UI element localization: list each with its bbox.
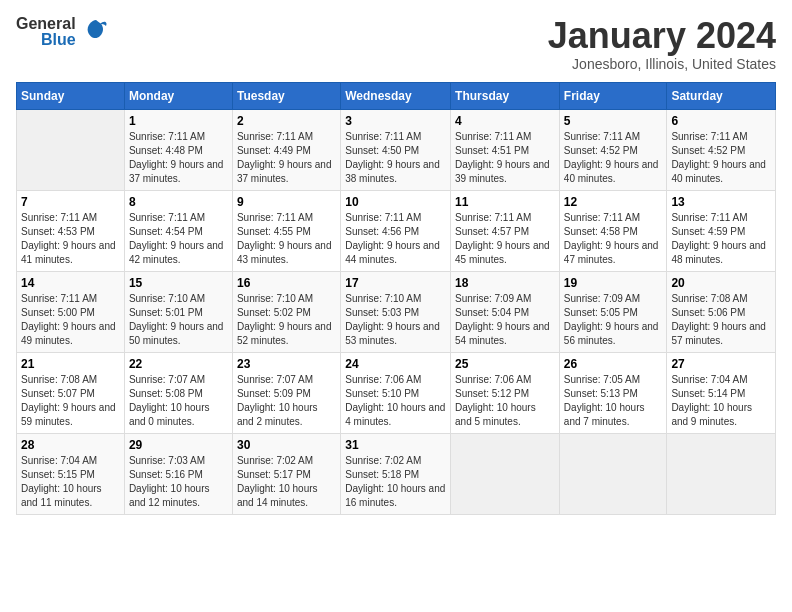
day-cell: 31 Sunrise: 7:02 AMSunset: 5:18 PMDaylig…	[341, 433, 451, 514]
day-cell: 12 Sunrise: 7:11 AMSunset: 4:58 PMDaylig…	[559, 190, 667, 271]
day-number: 8	[129, 195, 228, 209]
day-info: Sunrise: 7:11 AMSunset: 4:52 PMDaylight:…	[564, 130, 663, 186]
day-info: Sunrise: 7:11 AMSunset: 4:58 PMDaylight:…	[564, 211, 663, 267]
day-cell: 24 Sunrise: 7:06 AMSunset: 5:10 PMDaylig…	[341, 352, 451, 433]
day-cell: 19 Sunrise: 7:09 AMSunset: 5:05 PMDaylig…	[559, 271, 667, 352]
col-saturday: Saturday	[667, 82, 776, 109]
day-cell	[451, 433, 560, 514]
day-number: 4	[455, 114, 555, 128]
day-cell: 9 Sunrise: 7:11 AMSunset: 4:55 PMDayligh…	[232, 190, 340, 271]
day-info: Sunrise: 7:09 AMSunset: 5:04 PMDaylight:…	[455, 292, 555, 348]
day-info: Sunrise: 7:08 AMSunset: 5:07 PMDaylight:…	[21, 373, 120, 429]
title-area: January 2024 Jonesboro, Illinois, United…	[548, 16, 776, 72]
day-info: Sunrise: 7:11 AMSunset: 4:48 PMDaylight:…	[129, 130, 228, 186]
day-number: 14	[21, 276, 120, 290]
day-cell: 10 Sunrise: 7:11 AMSunset: 4:56 PMDaylig…	[341, 190, 451, 271]
day-cell: 29 Sunrise: 7:03 AMSunset: 5:16 PMDaylig…	[124, 433, 232, 514]
day-info: Sunrise: 7:11 AMSunset: 4:54 PMDaylight:…	[129, 211, 228, 267]
day-info: Sunrise: 7:11 AMSunset: 4:57 PMDaylight:…	[455, 211, 555, 267]
day-cell: 16 Sunrise: 7:10 AMSunset: 5:02 PMDaylig…	[232, 271, 340, 352]
day-number: 13	[671, 195, 771, 209]
col-tuesday: Tuesday	[232, 82, 340, 109]
location: Jonesboro, Illinois, United States	[548, 56, 776, 72]
day-cell: 8 Sunrise: 7:11 AMSunset: 4:54 PMDayligh…	[124, 190, 232, 271]
day-number: 3	[345, 114, 446, 128]
day-number: 22	[129, 357, 228, 371]
day-number: 23	[237, 357, 336, 371]
day-number: 17	[345, 276, 446, 290]
day-number: 15	[129, 276, 228, 290]
day-number: 11	[455, 195, 555, 209]
day-cell: 22 Sunrise: 7:07 AMSunset: 5:08 PMDaylig…	[124, 352, 232, 433]
day-info: Sunrise: 7:11 AMSunset: 4:59 PMDaylight:…	[671, 211, 771, 267]
day-cell: 3 Sunrise: 7:11 AMSunset: 4:50 PMDayligh…	[341, 109, 451, 190]
day-cell: 26 Sunrise: 7:05 AMSunset: 5:13 PMDaylig…	[559, 352, 667, 433]
week-row-1: 1 Sunrise: 7:11 AMSunset: 4:48 PMDayligh…	[17, 109, 776, 190]
day-info: Sunrise: 7:11 AMSunset: 4:49 PMDaylight:…	[237, 130, 336, 186]
day-cell: 17 Sunrise: 7:10 AMSunset: 5:03 PMDaylig…	[341, 271, 451, 352]
col-sunday: Sunday	[17, 82, 125, 109]
day-info: Sunrise: 7:02 AMSunset: 5:17 PMDaylight:…	[237, 454, 336, 510]
day-number: 25	[455, 357, 555, 371]
day-number: 28	[21, 438, 120, 452]
day-cell: 1 Sunrise: 7:11 AMSunset: 4:48 PMDayligh…	[124, 109, 232, 190]
day-info: Sunrise: 7:11 AMSunset: 4:51 PMDaylight:…	[455, 130, 555, 186]
day-number: 6	[671, 114, 771, 128]
day-cell: 14 Sunrise: 7:11 AMSunset: 5:00 PMDaylig…	[17, 271, 125, 352]
day-number: 30	[237, 438, 336, 452]
week-row-5: 28 Sunrise: 7:04 AMSunset: 5:15 PMDaylig…	[17, 433, 776, 514]
day-info: Sunrise: 7:02 AMSunset: 5:18 PMDaylight:…	[345, 454, 446, 510]
day-cell: 25 Sunrise: 7:06 AMSunset: 5:12 PMDaylig…	[451, 352, 560, 433]
day-cell	[17, 109, 125, 190]
page-header: General Blue January 2024 Jonesboro, Ill…	[16, 16, 776, 72]
day-number: 19	[564, 276, 663, 290]
day-info: Sunrise: 7:04 AMSunset: 5:14 PMDaylight:…	[671, 373, 771, 429]
calendar-header-row: Sunday Monday Tuesday Wednesday Thursday…	[17, 82, 776, 109]
day-cell: 18 Sunrise: 7:09 AMSunset: 5:04 PMDaylig…	[451, 271, 560, 352]
day-info: Sunrise: 7:10 AMSunset: 5:02 PMDaylight:…	[237, 292, 336, 348]
day-cell: 30 Sunrise: 7:02 AMSunset: 5:17 PMDaylig…	[232, 433, 340, 514]
day-number: 27	[671, 357, 771, 371]
day-number: 1	[129, 114, 228, 128]
day-info: Sunrise: 7:10 AMSunset: 5:03 PMDaylight:…	[345, 292, 446, 348]
col-wednesday: Wednesday	[341, 82, 451, 109]
day-number: 26	[564, 357, 663, 371]
day-info: Sunrise: 7:11 AMSunset: 4:55 PMDaylight:…	[237, 211, 336, 267]
day-info: Sunrise: 7:11 AMSunset: 4:56 PMDaylight:…	[345, 211, 446, 267]
day-cell: 13 Sunrise: 7:11 AMSunset: 4:59 PMDaylig…	[667, 190, 776, 271]
day-info: Sunrise: 7:07 AMSunset: 5:09 PMDaylight:…	[237, 373, 336, 429]
day-info: Sunrise: 7:06 AMSunset: 5:10 PMDaylight:…	[345, 373, 446, 429]
day-cell: 15 Sunrise: 7:10 AMSunset: 5:01 PMDaylig…	[124, 271, 232, 352]
day-cell: 11 Sunrise: 7:11 AMSunset: 4:57 PMDaylig…	[451, 190, 560, 271]
day-info: Sunrise: 7:10 AMSunset: 5:01 PMDaylight:…	[129, 292, 228, 348]
week-row-2: 7 Sunrise: 7:11 AMSunset: 4:53 PMDayligh…	[17, 190, 776, 271]
day-cell: 7 Sunrise: 7:11 AMSunset: 4:53 PMDayligh…	[17, 190, 125, 271]
day-info: Sunrise: 7:11 AMSunset: 4:52 PMDaylight:…	[671, 130, 771, 186]
day-number: 16	[237, 276, 336, 290]
week-row-4: 21 Sunrise: 7:08 AMSunset: 5:07 PMDaylig…	[17, 352, 776, 433]
day-info: Sunrise: 7:09 AMSunset: 5:05 PMDaylight:…	[564, 292, 663, 348]
col-thursday: Thursday	[451, 82, 560, 109]
day-number: 31	[345, 438, 446, 452]
day-info: Sunrise: 7:07 AMSunset: 5:08 PMDaylight:…	[129, 373, 228, 429]
day-info: Sunrise: 7:03 AMSunset: 5:16 PMDaylight:…	[129, 454, 228, 510]
day-number: 2	[237, 114, 336, 128]
calendar-table: Sunday Monday Tuesday Wednesday Thursday…	[16, 82, 776, 515]
day-info: Sunrise: 7:05 AMSunset: 5:13 PMDaylight:…	[564, 373, 663, 429]
day-number: 20	[671, 276, 771, 290]
day-cell: 20 Sunrise: 7:08 AMSunset: 5:06 PMDaylig…	[667, 271, 776, 352]
day-cell	[667, 433, 776, 514]
day-info: Sunrise: 7:11 AMSunset: 4:53 PMDaylight:…	[21, 211, 120, 267]
day-number: 18	[455, 276, 555, 290]
day-info: Sunrise: 7:11 AMSunset: 5:00 PMDaylight:…	[21, 292, 120, 348]
day-cell: 5 Sunrise: 7:11 AMSunset: 4:52 PMDayligh…	[559, 109, 667, 190]
day-cell: 6 Sunrise: 7:11 AMSunset: 4:52 PMDayligh…	[667, 109, 776, 190]
day-number: 10	[345, 195, 446, 209]
day-info: Sunrise: 7:08 AMSunset: 5:06 PMDaylight:…	[671, 292, 771, 348]
day-cell	[559, 433, 667, 514]
day-info: Sunrise: 7:11 AMSunset: 4:50 PMDaylight:…	[345, 130, 446, 186]
col-monday: Monday	[124, 82, 232, 109]
day-cell: 28 Sunrise: 7:04 AMSunset: 5:15 PMDaylig…	[17, 433, 125, 514]
logo-general: General	[16, 16, 76, 32]
day-info: Sunrise: 7:04 AMSunset: 5:15 PMDaylight:…	[21, 454, 120, 510]
